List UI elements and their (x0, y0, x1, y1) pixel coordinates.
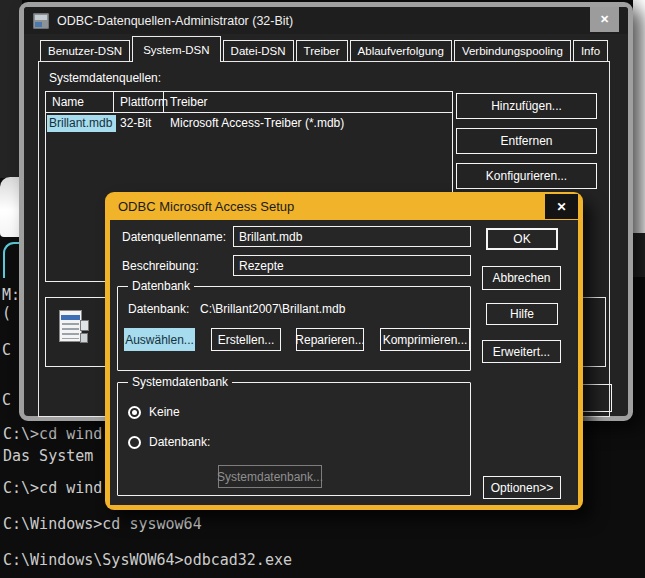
radio-database-icon (128, 436, 141, 449)
system-database-group-legend: Systemdatenbank (128, 375, 232, 389)
screen: M: ( C C C:\>cd wind Das System C:\>cd w… (0, 0, 645, 578)
console-text-fragment: M: (2, 286, 20, 304)
compact-button[interactable]: Komprimieren... (380, 328, 470, 351)
column-header-plattform[interactable]: Plattform (114, 92, 164, 112)
remove-button[interactable]: Entfernen (456, 128, 597, 154)
add-button[interactable]: Hinzufügen... (456, 93, 597, 119)
access-setup-titlebar[interactable]: ODBC Microsoft Access Setup ✕ (110, 192, 578, 220)
console-text-fragment: C (2, 391, 11, 409)
tab-ablaufverfolgung[interactable]: Ablaufverfolgung (350, 40, 452, 61)
column-header-name[interactable]: Name (46, 92, 114, 112)
access-setup-body: Datenquellenname: Beschreibung: Datenban… (110, 220, 578, 505)
close-icon[interactable]: ✕ (545, 194, 578, 219)
odbc-app-icon (33, 13, 49, 29)
database-path-value: C:\Brillant2007\Brillant.mdb (200, 302, 345, 316)
cell-plattform: 32-Bit (114, 116, 164, 130)
tab-datei-dsn[interactable]: Datei-DSN (223, 40, 294, 61)
cell-treiber: Microsoft Access-Treiber (*.mdb) (164, 116, 452, 130)
tab-info[interactable]: Info (573, 40, 608, 61)
close-icon[interactable]: ✕ (590, 7, 619, 32)
advanced-button[interactable]: Erweitert... (482, 340, 561, 363)
database-path-label: Datenbank: (128, 302, 189, 316)
console-line: C:\>cd wind (3, 425, 102, 443)
dsn-tabbar: Benutzer-DSN System-DSN Datei-DSN Treibe… (40, 36, 610, 61)
description-label: Beschreibung: (122, 259, 199, 273)
database-groupbox: Datenbank Datenbank: C:\Brillant2007\Bri… (117, 286, 471, 371)
console-line: C:\Windows>cd syswow64 (3, 515, 202, 533)
system-database-groupbox: Systemdatenbank Keine Datenbank: Systemd… (117, 382, 471, 496)
table-row[interactable]: Brillant.mdb 32-Bit Microsoft Access-Tre… (46, 113, 452, 133)
odbc-datasource-icon (59, 308, 89, 350)
radio-none[interactable]: Keine (128, 405, 180, 419)
ok-button[interactable]: OK (486, 228, 558, 250)
tab-treiber[interactable]: Treiber (296, 40, 348, 61)
background-white-window-right (633, 0, 645, 233)
column-header-treiber[interactable]: Treiber (164, 92, 452, 112)
dsn-name-input[interactable] (233, 226, 471, 247)
background-gray-strip (633, 233, 645, 277)
radio-none-icon (128, 406, 141, 419)
options-button[interactable]: Optionen>> (483, 476, 561, 499)
console-text-fragment: C (2, 341, 11, 359)
system-database-button[interactable]: Systemdatenbank... (218, 465, 322, 488)
configure-button[interactable]: Konfigurieren... (456, 163, 597, 189)
access-setup-dialog: ODBC Microsoft Access Setup ✕ Datenquell… (105, 192, 583, 510)
help-button[interactable]: Hilfe (486, 303, 558, 325)
odbc-admin-titlebar[interactable]: ODBC-Datenquellen-Administrator (32-Bit)… (24, 7, 628, 34)
console-text-fragment: ( (2, 304, 11, 322)
datasource-list-header: Name Plattform Treiber (46, 92, 452, 113)
select-button[interactable]: Auswählen... (124, 328, 195, 351)
radio-database[interactable]: Datenbank: (128, 435, 210, 449)
tab-verbindungspooling[interactable]: Verbindungspooling (454, 40, 571, 61)
console-line: C:\>cd wind (3, 479, 102, 497)
database-group-legend: Datenbank (128, 279, 194, 293)
console-line: C:\Windows\SysWOW64>odbcad32.exe (3, 551, 292, 569)
console-line: Das System (3, 447, 93, 465)
cell-name: Brillant.mdb (46, 116, 114, 130)
radio-database-label: Datenbank: (149, 435, 210, 449)
repair-button[interactable]: Reparieren... (296, 328, 364, 351)
radio-none-label: Keine (149, 405, 180, 419)
description-input[interactable] (233, 255, 471, 276)
tab-system-dsn[interactable]: System-DSN (132, 36, 220, 62)
cancel-button[interactable]: Abbrechen (482, 266, 561, 290)
dsn-name-label: Datenquellenname: (122, 230, 226, 244)
create-button[interactable]: Erstellen... (211, 328, 281, 351)
odbc-admin-title: ODBC-Datenquellen-Administrator (32-Bit) (57, 14, 293, 28)
system-datasources-label: Systemdatenquellen: (49, 71, 161, 85)
access-setup-title: ODBC Microsoft Access Setup (118, 199, 294, 214)
tab-benutzer-dsn[interactable]: Benutzer-DSN (40, 40, 130, 61)
